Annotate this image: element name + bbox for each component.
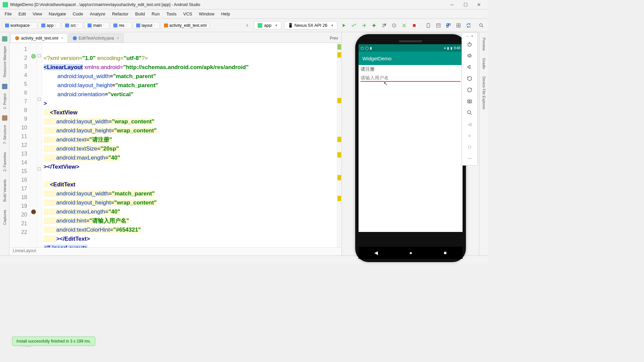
breadcrumb-main[interactable]: main〉 [85,22,109,29]
tool-structure[interactable]: 7: Structure [2,122,8,147]
tool-gradle[interactable]: Gradle [481,55,487,72]
sync-gradle-button[interactable] [464,21,473,30]
line-number-gutter[interactable]: 12345678910111213141516171819202122 [9,43,30,247]
profile-button[interactable] [390,21,398,30]
cursor-arrow-icon: ↖ [383,81,388,86]
device-selector[interactable]: 📱 Nexus 5X API 26▼ [284,21,337,29]
breadcrumb-src[interactable]: src〉 [62,22,83,29]
code-editor[interactable]: <?xml version="1.0" encoding="utf-8"?> <… [42,43,337,247]
class-gutter-icon[interactable]: C [31,54,36,59]
tab-java[interactable]: EditTextActivity.java× [68,34,123,43]
maximize-button[interactable]: ☐ [459,2,472,7]
coverage-button[interactable] [380,21,388,30]
tool-build-variants[interactable]: Build Variants [2,176,8,205]
color-gutter-icon[interactable] [31,209,36,214]
breadcrumb-app[interactable]: app〉 [38,22,61,29]
screenshot-icon[interactable] [465,96,474,106]
back-icon[interactable]: ◁ [465,119,474,129]
power-icon[interactable] [465,39,474,49]
home-icon[interactable]: ○ [465,130,474,140]
overview-icon[interactable]: □ [465,142,474,152]
avd-manager-button[interactable] [424,21,433,30]
more-icon[interactable]: ⋯ [465,153,474,163]
warning-marker-icon[interactable] [337,52,341,58]
menu-tools[interactable]: Tools [163,11,180,16]
menu-edit[interactable]: Edit [15,11,29,16]
run-button[interactable] [339,21,348,30]
tool-resource-manager[interactable]: Resource Manager [2,43,8,80]
menu-file[interactable]: File [1,11,15,16]
tool-device-explorer[interactable]: Device File Explorer [481,74,487,112]
warning-marker-icon[interactable] [337,137,341,142]
project-icon[interactable] [2,84,7,89]
tool-favorites[interactable]: 2: Favorites [2,149,8,174]
emu-minimize-icon[interactable]: — [466,35,469,38]
structure-breadcrumb[interactable]: LinearLayout [9,247,341,255]
apply-changes-button[interactable] [350,21,358,30]
attach-debugger-button[interactable] [400,21,409,30]
svg-point-11 [480,23,482,26]
menu-analyze[interactable]: Analyze [87,11,109,16]
rotate-right-icon[interactable] [465,85,474,95]
menu-code[interactable]: Code [69,11,87,16]
breadcrumb-layout[interactable]: layout〉 [133,22,160,29]
error-stripe[interactable] [337,43,341,247]
fold-toggle-icon[interactable]: - [38,98,41,101]
debug-button[interactable] [370,21,378,30]
breadcrumb-res[interactable]: res〉 [110,22,132,29]
tool-project[interactable]: 1: Project [2,90,8,112]
back-nav-icon[interactable]: ◀ [374,250,378,255]
breadcrumb-workspace[interactable]: workspace〉 [2,22,37,29]
home-nav-icon[interactable]: ● [410,250,412,255]
menu-navigate[interactable]: Navigate [45,11,69,16]
menu-window[interactable]: Window [196,11,218,16]
recents-nav-icon[interactable]: ■ [444,250,446,255]
resource-manager-icon[interactable] [2,36,7,42]
stop-button[interactable] [410,21,419,30]
volume-up-icon[interactable] [465,51,474,61]
apply-code-button[interactable] [360,21,368,30]
menu-run[interactable]: Run [148,11,163,16]
minimize-button[interactable]: ─ [445,2,459,7]
tool-preview-right[interactable]: Preview [481,35,487,53]
volume-down-icon[interactable] [465,62,474,72]
menu-vcs[interactable]: VCS [180,11,196,16]
status-clock: 9:48 [454,46,460,50]
resource-manager-button[interactable] [444,21,453,30]
run-config-selector[interactable]: app▼ [254,21,282,29]
menu-refactor[interactable]: Refactor [109,11,132,16]
close-tab-icon[interactable]: × [117,36,119,41]
emu-close-icon[interactable]: ✕ [471,35,474,38]
breadcrumb-file[interactable]: activity_edit_text.xml [161,22,210,29]
android-studio-icon [3,2,8,7]
menu-help[interactable]: Help [218,11,233,16]
zoom-icon[interactable] [465,108,474,118]
app-bar: WidgetDemo [359,52,463,65]
close-tab-icon[interactable]: × [61,36,63,41]
device-screen[interactable]: ▢◯▮ ▾▮▮9:48 WidgetDemo 请注册 ↖ [359,44,463,232]
warning-marker-icon[interactable] [337,175,341,180]
menu-build[interactable]: Build [132,11,148,16]
tab-xml[interactable]: activity_edit_text.xml× [11,34,68,43]
close-button[interactable]: ✕ [472,2,486,7]
preview-tab-collapsed[interactable]: Prev [326,34,341,43]
device-frame: ▢◯▮ ▾▮▮9:48 WidgetDemo 请注册 ↖ ◀ ● ■ [355,34,466,262]
preview-edittext[interactable] [361,74,461,82]
structure-icon[interactable] [2,115,7,121]
sdk-manager-button[interactable] [434,21,443,30]
back-button[interactable] [243,21,252,30]
menu-view[interactable]: View [29,11,45,16]
layout-inspector-button[interactable] [454,21,463,30]
editor-area: activity_edit_text.xml× EditTextActivity… [9,32,341,255]
tool-captures[interactable]: Captures [2,207,8,228]
fold-toggle-icon[interactable]: - [38,54,41,57]
search-everywhere-button[interactable] [477,21,486,30]
rotate-left-icon[interactable] [465,73,474,83]
warning-marker-icon[interactable] [337,196,341,201]
svg-rect-13 [468,100,472,103]
warning-marker-icon[interactable] [337,98,341,103]
phone-speaker [399,40,422,42]
xml-file-icon [15,36,19,40]
warning-marker-icon[interactable] [337,152,341,158]
fold-toggle-icon[interactable]: - [38,167,41,171]
